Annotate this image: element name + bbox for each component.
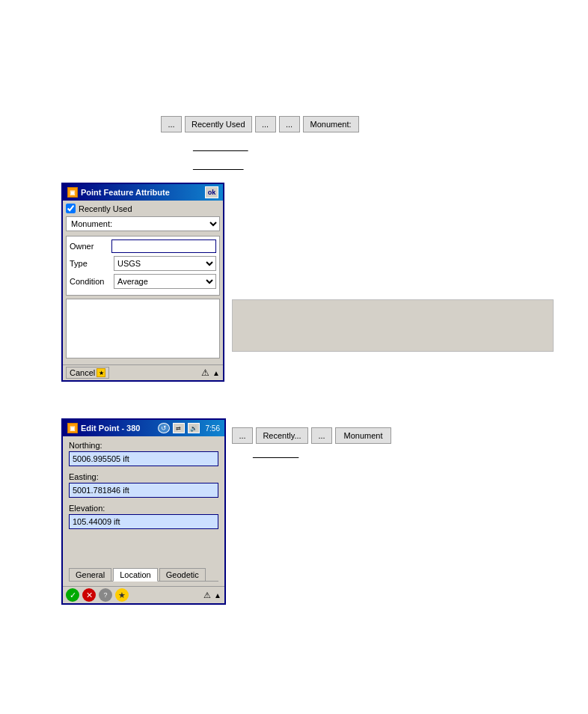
bottom-toolbar-btn-4[interactable]: Monument [335,427,391,444]
type-label: Type [70,259,111,268]
ep-title: Edit Point - 380 [81,424,140,433]
toolbar-btn-monument[interactable]: Monument: [303,116,359,132]
scrollbar-arrow-up[interactable]: ▲ [212,369,220,377]
bottom-toolbar: ... Recently... ... Monument [232,427,391,444]
type-select[interactable]: USGS [114,256,216,271]
pfa-footer: Cancel ★ ⚠ ▲ [63,364,223,380]
toolbar-btn-3[interactable]: ... [255,116,276,132]
link-2[interactable]: ___________ [193,161,243,170]
easting-label: Easting: [69,472,218,481]
pfa-ok-button[interactable]: ok [205,186,218,198]
gray-content-box [232,299,554,352]
ep-volume-icon[interactable]: 🔊 [188,423,200,433]
ep-accept-button[interactable]: ✓ [66,588,79,602]
tab-geodetic[interactable]: Geodetic [159,568,206,581]
ep-titlebar-icons: ↺ ⇄ 🔊 7:56 [158,423,220,433]
pfa-footer-right: ⚠ ▲ [201,367,220,378]
ep-cancel-button[interactable]: ✕ [82,588,96,602]
northing-label: Northing: [69,441,218,450]
pfa-dialog: ▣ Point Feature Attribute ok Recently Us… [61,183,224,382]
owner-input[interactable] [111,239,216,253]
pfa-titlebar: ▣ Point Feature Attribute ok [63,184,223,201]
elevation-input[interactable] [69,514,218,529]
ep-time: 7:56 [206,424,220,433]
ep-warning-icon: ⚠ [203,591,211,600]
type-row: Type USGS [70,256,216,271]
recently-used-row: Recently Used [66,204,220,213]
ep-footer-buttons: ✓ ✕ ? ★ [66,588,129,602]
pfa-cancel-button[interactable]: Cancel ★ [66,367,109,379]
tab-general[interactable]: General [69,568,111,581]
pfa-titlebar-left: ▣ Point Feature Attribute [67,187,170,198]
elevation-label: Elevation: [69,504,218,513]
ep-star-button[interactable]: ★ [115,588,129,602]
pfa-empty-area [66,299,220,358]
bottom-toolbar-btn-3[interactable]: ... [311,427,332,444]
ep-footer-right: ⚠ ▲ [203,591,221,600]
ep-dialog: ▣ Edit Point - 380 ↺ ⇄ 🔊 7:56 Northing: … [61,418,226,605]
bottom-toolbar-btn-2[interactable]: Recently... [256,427,308,444]
ep-body: Northing: Easting: Elevation: General Lo… [63,436,224,586]
link-1[interactable]: ____________ [193,142,248,151]
pfa-title: Point Feature Attribute [81,188,170,197]
monument-dropdown[interactable]: Monument: [66,216,220,231]
toolbar-btn-1[interactable]: ... [161,116,182,132]
ep-arrows-icon[interactable]: ⇄ [173,423,185,433]
elevation-group: Elevation: [69,504,218,529]
condition-row: Condition Average [70,274,216,289]
recently-used-label: Recently Used [79,204,132,213]
cancel-label: Cancel [70,368,95,377]
ep-help-button[interactable]: ? [99,588,112,602]
bottom-toolbar-btn-1[interactable]: ... [232,427,253,444]
tab-location[interactable]: Location [113,568,158,582]
recently-used-checkbox[interactable] [66,204,76,213]
owner-row: Owner [70,239,216,253]
pfa-title-icon: ▣ [67,187,78,198]
condition-label: Condition [70,277,111,286]
ep-titlebar-left: ▣ Edit Point - 380 [67,423,140,433]
toolbar-btn-4[interactable]: ... [279,116,300,132]
northing-group: Northing: [69,441,218,466]
warning-icon: ⚠ [201,367,209,378]
ep-titlebar: ▣ Edit Point - 380 ↺ ⇄ 🔊 7:56 [63,420,224,436]
top-toolbar: ... Recently Used ... ... Monument: [161,116,359,132]
ep-footer: ✓ ✕ ? ★ ⚠ ▲ [63,586,224,603]
ep-tabs: General Location Geodetic [69,568,218,582]
northing-input[interactable] [69,451,218,466]
pfa-body: Recently Used Monument: Owner Type USGS … [63,201,223,364]
cancel-star-icon: ★ [97,368,105,377]
easting-input[interactable] [69,483,218,498]
ep-title-icon: ▣ [67,423,78,433]
condition-select[interactable]: Average [114,274,216,289]
ep-refresh-icon[interactable]: ↺ [158,423,170,433]
toolbar-btn-recently-used[interactable]: Recently Used [185,116,252,132]
owner-label: Owner [70,242,108,251]
monument-dropdown-row: Monument: [66,216,220,231]
pfa-fields: Owner Type USGS Condition Average [66,236,220,296]
easting-group: Easting: [69,472,218,498]
ep-scroll-up[interactable]: ▲ [214,591,221,599]
link-bottom[interactable]: __________ [253,449,298,458]
